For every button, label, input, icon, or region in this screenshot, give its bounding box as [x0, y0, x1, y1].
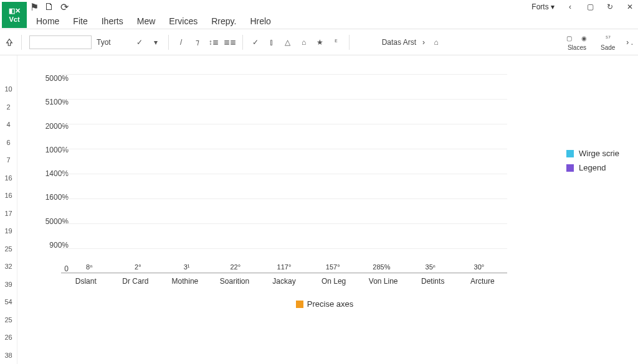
row-header[interactable]: 25	[0, 311, 17, 329]
flag-icon[interactable]: ⚑	[30, 2, 39, 11]
bar-value-label: 35ⁿ	[426, 263, 436, 271]
menu-rrepy[interactable]: Rrepy.	[211, 16, 236, 26]
bar-value-label: 2°	[135, 263, 141, 271]
bar-value-label: 117°	[277, 263, 292, 271]
home2-icon[interactable]: ⌂	[431, 37, 441, 47]
chart-legend: Wirge scrieLegend	[566, 149, 619, 177]
sade-panel[interactable]: ⁵⁷ Sade	[601, 33, 615, 51]
chevron-down-icon[interactable]: ▾	[151, 37, 161, 47]
bar-value-label: 22°	[230, 263, 240, 271]
window-controls: Forts ▾ ‹ ▢ ↻ ✕	[531, 2, 634, 11]
row-header[interactable]: 16	[0, 187, 17, 205]
x-tick-label: Dr Card	[111, 273, 161, 286]
datas-arst-label[interactable]: Datas Arst	[382, 38, 416, 47]
legend-item: Legend	[566, 163, 619, 172]
toolbar-end[interactable]: › .	[626, 38, 633, 47]
chart-bars: 8ⁿ2°3¹22°117°157°285%35ⁿ30°	[61, 74, 507, 273]
row-header[interactable]: 38	[0, 347, 17, 365]
check2-icon[interactable]: ✓	[250, 37, 260, 47]
slaces-icon-2: ◉	[579, 33, 589, 43]
x-tick-label: Soarition	[210, 273, 260, 286]
x-axis-labels: DslantDr CardMothineSoaritionJackayOn Le…	[61, 273, 507, 286]
row-header[interactable]: 7	[0, 151, 17, 169]
newfile-icon[interactable]: 🗋	[45, 2, 54, 11]
back-icon[interactable]: ‹	[566, 2, 574, 11]
breadcrumb: Datas Arst › ⌂	[382, 37, 441, 47]
box-icon[interactable]: ▢	[586, 2, 594, 11]
format-icon[interactable]: ⁊	[193, 37, 202, 47]
titlebar: ⚑ 🗋 ⟳ Forts ▾ ‹ ▢ ↻ ✕	[0, 0, 638, 14]
row-header[interactable]: 32	[0, 258, 17, 276]
app-badge-top: ◧✕	[9, 6, 21, 15]
slaces-panel[interactable]: ▢ ◉ Slaces	[564, 33, 589, 51]
row-headers: 1024671616171925323954252638	[0, 55, 17, 364]
italic-icon[interactable]: /	[176, 37, 186, 47]
bar-value-label: 30°	[474, 263, 485, 271]
barchart-icon[interactable]: ⫿	[267, 37, 277, 47]
chart-title-text: Precise axes	[307, 299, 353, 309]
row-header[interactable]: 26	[0, 329, 17, 347]
refresh-icon[interactable]: ⟳	[60, 2, 69, 11]
forts-dropdown[interactable]: Forts ▾	[531, 2, 555, 11]
check-icon[interactable]: ✓	[135, 37, 145, 47]
bar-value-label: 3¹	[184, 263, 190, 271]
close-icon[interactable]: ✕	[626, 2, 634, 11]
row-header[interactable]: 4	[0, 116, 17, 134]
x-tick-label: On Leg	[309, 273, 359, 286]
legend-item: Wirge scrie	[566, 149, 619, 158]
app-badge-bottom: Vct	[9, 15, 19, 24]
menubar: Home Fite Iherts Mew Ervices Rrepy. Hrel…	[0, 14, 638, 29]
sade-label: Sade	[601, 44, 615, 51]
triangle-icon[interactable]: △	[283, 37, 293, 47]
sade-icon: ⁵⁷	[603, 33, 613, 43]
up-arrow-icon[interactable]	[5, 38, 14, 47]
menu-hrelo[interactable]: Hrelo	[250, 16, 270, 26]
chart-title: Precise axes	[36, 299, 613, 309]
home-icon[interactable]: ⌂	[299, 37, 309, 47]
bar-value-label: 157°	[326, 263, 340, 271]
chart-plot: 5000%5100%2000%1000%1400%1600%5000%900%0…	[61, 74, 507, 273]
menu-home[interactable]: Home	[36, 16, 59, 26]
row-header[interactable]: 10	[0, 80, 17, 98]
tyot-label: Tyot	[97, 38, 111, 47]
reload-icon[interactable]: ↻	[606, 2, 614, 11]
x-tick-label: Jackay	[259, 273, 309, 286]
toolbar-group-1: ✓ ▾	[135, 37, 161, 47]
exp-icon[interactable]: ᴱ	[331, 37, 341, 47]
legend-label: Legend	[579, 163, 606, 172]
breadcrumb-sep: ›	[422, 38, 425, 47]
x-tick-label: Mothine	[160, 273, 210, 286]
row-header[interactable]: 17	[0, 205, 17, 223]
cell-reference-input[interactable]	[29, 35, 92, 49]
row-header[interactable]: 39	[0, 276, 17, 294]
slaces-label: Slaces	[568, 44, 586, 51]
list-icon[interactable]: ≣≣	[225, 37, 235, 47]
row-header[interactable]: 16	[0, 169, 17, 187]
app-badge: ◧✕ Vct	[2, 2, 27, 28]
row-header[interactable]: 19	[0, 222, 17, 240]
star-icon[interactable]: ★	[315, 37, 325, 47]
bar-value-label: 8ⁿ	[86, 263, 92, 271]
row-header[interactable]: 6	[0, 134, 17, 152]
menu-ervices[interactable]: Ervices	[169, 16, 198, 26]
title-swatch	[296, 301, 303, 308]
main-area: 1024671616171925323954252638 5000%5100%2…	[0, 55, 638, 364]
chart-container: 5000%5100%2000%1000%1400%1600%5000%900%0…	[17, 55, 638, 364]
quick-access: ⚑ 🗋 ⟳	[30, 2, 69, 11]
toolbar-group-3: ✓ ⫿ △ ⌂ ★ ᴱ	[250, 37, 341, 47]
menu-iherts[interactable]: Iherts	[102, 16, 123, 26]
legend-label: Wirge scrie	[579, 149, 619, 158]
bar-value-label: 285%	[373, 263, 390, 271]
toolbar-right: ▢ ◉ Slaces ⁵⁷ Sade › .	[564, 33, 633, 51]
toolbar: Tyot ✓ ▾ / ⁊ ↕≣ ≣≣ ✓ ⫿ △ ⌂ ★ ᴱ Datas Ars…	[0, 29, 638, 55]
row-header[interactable]: 2	[0, 98, 17, 116]
row-header[interactable]: 54	[0, 293, 17, 311]
sort-icon[interactable]: ↕≣	[209, 37, 219, 47]
toolbar-group-2: / ⁊ ↕≣ ≣≣	[176, 37, 235, 47]
row-header[interactable]: 25	[0, 240, 17, 258]
x-tick-label: Dslant	[61, 273, 111, 286]
x-tick-label: Arcture	[458, 273, 508, 286]
menu-mew[interactable]: Mew	[137, 16, 156, 26]
menu-fite[interactable]: Fite	[73, 16, 87, 26]
slaces-icon-1: ▢	[564, 33, 574, 43]
